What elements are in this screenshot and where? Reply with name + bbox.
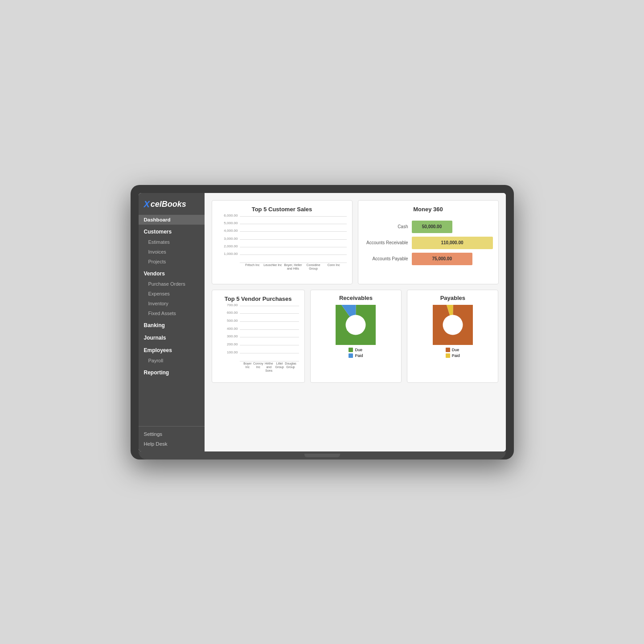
svg-text:10%: 10% (348, 320, 354, 323)
top5purchases-chart: 700.00 600.00 500.00 400.00 300.00 200.0… (217, 306, 299, 377)
receivables-pie: 10% 90% (336, 305, 376, 345)
laptop-notch (304, 454, 340, 457)
payables-svg: 5% 95% (433, 305, 473, 345)
pxlabel-hirthe: Hirthe and Sons (263, 361, 274, 377)
sidebar-item-estimates[interactable]: Estimates (139, 237, 205, 247)
screen: X celBooks Dashboard Customers Estimates… (139, 193, 506, 451)
money360-cash-bar: 50,000.00 (412, 221, 452, 233)
money360-ap-label: Accounts Payable (364, 256, 408, 261)
money360-ar-row: Accounts Receivable 110,000.00 (364, 237, 493, 249)
payables-paid-dot (446, 353, 450, 358)
top5sales-chart: 6,000.00 5,000.00 4,000.00 3,000.00 2,00… (217, 216, 347, 279)
svg-text:5%: 5% (445, 318, 449, 321)
money360-ar-bar: 110,000.00 (412, 237, 493, 249)
money360-ar-label: Accounts Receivable (364, 240, 408, 245)
sidebar-item-vendors[interactable]: Vendors (139, 268, 205, 279)
receivables-paid-dot (349, 353, 353, 358)
sidebar: X celBooks Dashboard Customers Estimates… (139, 193, 205, 451)
sidebar-item-helpdesk[interactable]: Help Desk (139, 439, 205, 449)
payables-paid-label: Paid (452, 353, 460, 358)
sidebar-item-fixed-assets[interactable]: Fixed Assets (139, 308, 205, 318)
svg-text:95%: 95% (444, 327, 450, 330)
logo-x: X (144, 199, 150, 209)
sidebar-item-payroll[interactable]: Payroll (139, 356, 205, 365)
svg-text:90%: 90% (347, 328, 353, 331)
sidebar-item-journals[interactable]: Journals (139, 332, 205, 343)
payables-card: Payables 5% 95% (407, 290, 498, 383)
money360-ap-bar: 75,000.00 (412, 253, 473, 265)
payables-legend-paid: Paid (446, 353, 460, 358)
top-row: Top 5 Customer Sales 6,000.00 5,000.00 4… (212, 200, 499, 284)
receivables-legend: Due Paid (349, 348, 363, 358)
sidebar-item-customers[interactable]: Customers (139, 226, 205, 237)
purchases-bars (240, 306, 299, 361)
pxlabel-boyer: Boyer Inc (242, 361, 253, 377)
sidebar-item-expenses[interactable]: Expenses (139, 289, 205, 299)
money360-cash-row: Cash 50,000.00 (364, 221, 493, 233)
sidebar-nav: Dashboard Customers Estimates Invoices P… (139, 215, 205, 426)
main-content: Top 5 Customer Sales 6,000.00 5,000.00 4… (205, 193, 506, 451)
xlabel-conn: Conn Inc (324, 263, 344, 279)
logo-text: celBooks (151, 200, 186, 209)
sidebar-item-banking[interactable]: Banking (139, 320, 205, 331)
top5purchases-card: Top 5 Vendor Purchases 700.00 600.00 500… (212, 290, 305, 383)
money360-cash-label: Cash (364, 224, 408, 229)
payables-pie: 5% 95% (433, 305, 473, 345)
payables-legend-due: Due (446, 348, 460, 352)
xlabel-fritsch: Fritsch Inc (242, 263, 263, 279)
receivables-legend-due: Due (349, 348, 363, 352)
sidebar-item-projects[interactable]: Projects (139, 257, 205, 267)
money360-title: Money 360 (364, 206, 493, 213)
sidebar-item-purchase-orders[interactable]: Purchase Orders (139, 279, 205, 289)
money360-ar-barwrap: 110,000.00 (412, 237, 493, 249)
svg-point-2 (346, 315, 366, 335)
sidebar-item-reporting[interactable]: Reporting (139, 367, 205, 378)
money360-card: Money 360 Cash 50,000.00 Accounts Receiv… (358, 200, 499, 284)
payables-due-label: Due (452, 348, 459, 352)
sales-bars (240, 216, 347, 263)
sidebar-item-settings[interactable]: Settings (139, 429, 205, 439)
xlabel-boyer: Boyer, Heller and Hills (283, 263, 304, 279)
money360-cash-barwrap: 50,000.00 (412, 221, 493, 233)
top5purchases-title: Top 5 Vendor Purchases (217, 295, 299, 302)
sales-xlabels: Fritsch Inc Leuschke Inc Boyer, Heller a… (240, 263, 347, 279)
payables-due-dot (446, 348, 450, 352)
pxlabel-littel: Littel Group (274, 361, 285, 377)
receivables-title: Receivables (339, 295, 373, 301)
sidebar-item-dashboard[interactable]: Dashboard (139, 215, 205, 225)
payables-legend: Due Paid (446, 348, 460, 358)
pxlabel-conroy: Conroy Inc (253, 361, 263, 377)
laptop-base (139, 451, 506, 459)
top5sales-card: Top 5 Customer Sales 6,000.00 5,000.00 4… (212, 200, 353, 284)
xlabel-considine: Considine Group (303, 263, 324, 279)
sidebar-item-employees[interactable]: Employees (139, 345, 205, 356)
receivables-card: Receivables 10% 90% (310, 290, 402, 383)
xlabel-leuschke: Leuschke Inc (263, 263, 283, 279)
receivables-svg: 10% 90% (336, 305, 376, 345)
receivables-legend-paid: Paid (349, 353, 363, 358)
payables-title: Payables (440, 295, 465, 301)
purchases-xlabels: Boyer Inc Conroy Inc Hirthe and Sons Lit… (240, 361, 299, 377)
receivables-due-dot (349, 348, 353, 352)
pxlabel-douglas: Douglas Group (285, 361, 296, 377)
receivables-due-label: Due (355, 348, 362, 352)
laptop-frame: X celBooks Dashboard Customers Estimates… (131, 185, 514, 459)
sidebar-item-invoices[interactable]: Invoices (139, 247, 205, 257)
sidebar-item-inventory[interactable]: Inventory (139, 299, 205, 308)
top5sales-title: Top 5 Customer Sales (217, 206, 347, 213)
logo: X celBooks (139, 193, 205, 215)
money360-ap-row: Accounts Payable 75,000.00 (364, 253, 493, 265)
money360-ap-barwrap: 75,000.00 (412, 253, 493, 265)
money360-rows: Cash 50,000.00 Accounts Receivable 110,0… (364, 216, 493, 273)
sidebar-footer: Settings Help Desk (139, 426, 205, 451)
bottom-row: Top 5 Vendor Purchases 700.00 600.00 500… (212, 290, 499, 383)
receivables-paid-label: Paid (355, 353, 363, 358)
